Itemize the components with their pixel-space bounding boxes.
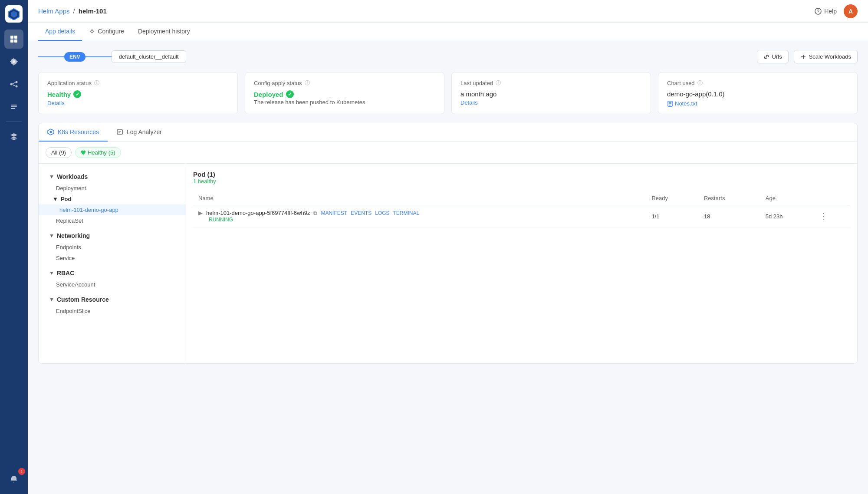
sidebar: 1 xyxy=(0,0,28,494)
tree-item-replicaset[interactable]: ReplicaSet xyxy=(39,215,186,226)
pod-ready: 1/1 xyxy=(646,205,699,227)
topbar-right: ? Help A xyxy=(815,4,858,18)
config-status-value: Deployed ✓ xyxy=(254,90,435,98)
svg-line-10 xyxy=(13,82,16,84)
workloads-section[interactable]: ▼ Workloads xyxy=(39,171,186,183)
config-status-info-icon: ⓘ xyxy=(305,79,310,87)
tree-item-serviceaccount[interactable]: ServiceAccount xyxy=(39,279,186,290)
svg-rect-13 xyxy=(11,106,17,107)
svg-point-7 xyxy=(10,83,13,86)
networking-label: Networking xyxy=(57,232,90,239)
config-status-label: Config apply status xyxy=(254,80,302,86)
tree-item-service[interactable]: Service xyxy=(39,253,186,263)
rbac-label: RBAC xyxy=(57,270,74,277)
custom-resource-label: Custom Resource xyxy=(57,296,109,303)
tree-panel: ▼ Workloads Deployment ▼ Pod helm-101-de… xyxy=(39,164,186,363)
svg-text:?: ? xyxy=(817,9,819,14)
app-status-value: Healthy ✓ xyxy=(47,90,229,98)
breadcrumb-parent[interactable]: Helm Apps xyxy=(38,7,70,15)
notes-label: Notes.txt xyxy=(675,100,697,107)
log-tab-label: Log Analyzer xyxy=(127,128,162,135)
page-tabs: App details Configure Deployment history xyxy=(28,23,868,41)
tree-item-endpointslice[interactable]: EndpointSlice xyxy=(39,306,186,316)
tree-item-deployment[interactable]: Deployment xyxy=(39,183,186,194)
sidebar-item-config[interactable] xyxy=(4,97,23,116)
app-logo[interactable] xyxy=(5,5,23,23)
sidebar-item-notifications[interactable]: 1 xyxy=(4,470,23,489)
tree-item-helm-pod[interactable]: helm-101-demo-go-app xyxy=(39,204,186,215)
env-badge: ENV xyxy=(64,52,85,62)
config-status-description: The release has been pushed to Kubernete… xyxy=(254,99,435,105)
sidebar-divider xyxy=(6,122,22,122)
topbar: Helm Apps / helm-101 ? Help A xyxy=(28,0,868,23)
pod-chevron: ▼ xyxy=(53,196,58,202)
tab-log-analyzer[interactable]: Log Analyzer xyxy=(108,123,171,142)
pod-expand-icon[interactable]: ▶ xyxy=(198,210,203,216)
pod-logs-link[interactable]: LOGS xyxy=(375,210,389,216)
application-status-card: Application status ⓘ Healthy ✓ Details xyxy=(38,72,238,114)
healthy-text: Healthy xyxy=(47,91,71,98)
filter-all-button[interactable]: All (9) xyxy=(46,147,72,158)
sidebar-item-pipelines[interactable] xyxy=(4,75,23,94)
sidebar-item-layers[interactable] xyxy=(4,127,23,146)
breadcrumb-separator: / xyxy=(73,7,75,15)
breadcrumb-current: helm-101 xyxy=(79,7,107,15)
filter-healthy-button[interactable]: Healthy (5) xyxy=(75,147,121,158)
pod-label: Pod xyxy=(61,196,72,202)
app-status-label: Application status xyxy=(47,80,92,86)
help-button[interactable]: ? Help xyxy=(815,8,837,15)
pod-age: 5d 23h xyxy=(760,205,815,227)
rbac-section[interactable]: ▼ RBAC xyxy=(39,267,186,279)
pod-manifest-link[interactable]: MANIFEST xyxy=(321,210,347,216)
pod-subsection[interactable]: ▼ Pod xyxy=(39,194,186,204)
help-label: Help xyxy=(824,8,837,15)
config-status-title: Config apply status ⓘ xyxy=(254,79,435,87)
notes-link[interactable]: Notes.txt xyxy=(667,100,848,107)
tab-app-details[interactable]: App details xyxy=(38,23,82,41)
last-updated-card: Last updated ⓘ a month ago Details xyxy=(451,72,651,114)
chart-name: demo-go-app(0.1.0) xyxy=(667,90,848,98)
filter-bar: All (9) Healthy (5) xyxy=(39,142,857,164)
env-pipeline-right: Urls Scale Workloads xyxy=(757,50,858,63)
tab-k8s-resources[interactable]: K8s Resources xyxy=(39,123,108,142)
sidebar-item-apps[interactable] xyxy=(4,30,23,49)
app-status-info-icon: ⓘ xyxy=(94,79,99,87)
table-row: ▶ helm-101-demo-go-app-5f69774fff-6wh9z … xyxy=(193,205,850,227)
sidebar-item-settings[interactable] xyxy=(4,52,23,71)
svg-rect-12 xyxy=(11,105,17,105)
custom-resource-section[interactable]: ▼ Custom Resource xyxy=(39,293,186,306)
tab-configure[interactable]: Configure xyxy=(82,23,131,41)
pod-name-group: ▶ helm-101-demo-go-app-5f69774fff-6wh9z … xyxy=(198,210,641,216)
file-icon xyxy=(667,101,673,107)
scale-workloads-button[interactable]: Scale Workloads xyxy=(794,50,858,63)
pod-more-button[interactable]: ⋮ xyxy=(820,212,828,221)
status-cards: Application status ⓘ Healthy ✓ Details C… xyxy=(38,72,858,114)
last-updated-label: Last updated xyxy=(460,80,493,86)
env-pipeline-left: ENV default_cluster__default xyxy=(38,50,186,63)
last-updated-details-link[interactable]: Details xyxy=(460,99,642,106)
app-status-details-link[interactable]: Details xyxy=(47,100,229,106)
col-ready: Ready xyxy=(646,191,699,205)
col-restarts: Restarts xyxy=(699,191,760,205)
svg-rect-3 xyxy=(14,36,17,39)
pod-terminal-link[interactable]: TERMINAL xyxy=(393,210,420,216)
user-avatar[interactable]: A xyxy=(844,4,858,18)
svg-rect-4 xyxy=(10,40,13,43)
filter-healthy-label: Healthy (5) xyxy=(88,149,115,156)
notification-count: 1 xyxy=(18,468,25,475)
deployed-text: Deployed xyxy=(254,91,283,98)
breadcrumb: Helm Apps / helm-101 xyxy=(38,7,107,15)
urls-button[interactable]: Urls xyxy=(757,50,789,63)
pod-copy-button[interactable]: ⧉ xyxy=(313,210,317,216)
tab-deployment-history[interactable]: Deployment history xyxy=(131,23,197,41)
pod-restarts: 18 xyxy=(699,205,760,227)
tree-item-endpoints[interactable]: Endpoints xyxy=(39,242,186,253)
cluster-selector[interactable]: default_cluster__default xyxy=(112,50,186,63)
pod-events-link[interactable]: EVENTS xyxy=(351,210,372,216)
chart-used-card: Chart used ⓘ demo-go-app(0.1.0) Notes.tx… xyxy=(658,72,858,114)
avatar-initial: A xyxy=(848,8,853,15)
last-updated-title: Last updated ⓘ xyxy=(460,79,642,87)
resource-section: K8s Resources Log Analyzer All (9) Healt… xyxy=(38,123,858,364)
networking-section[interactable]: ▼ Networking xyxy=(39,230,186,242)
svg-point-9 xyxy=(16,86,18,88)
